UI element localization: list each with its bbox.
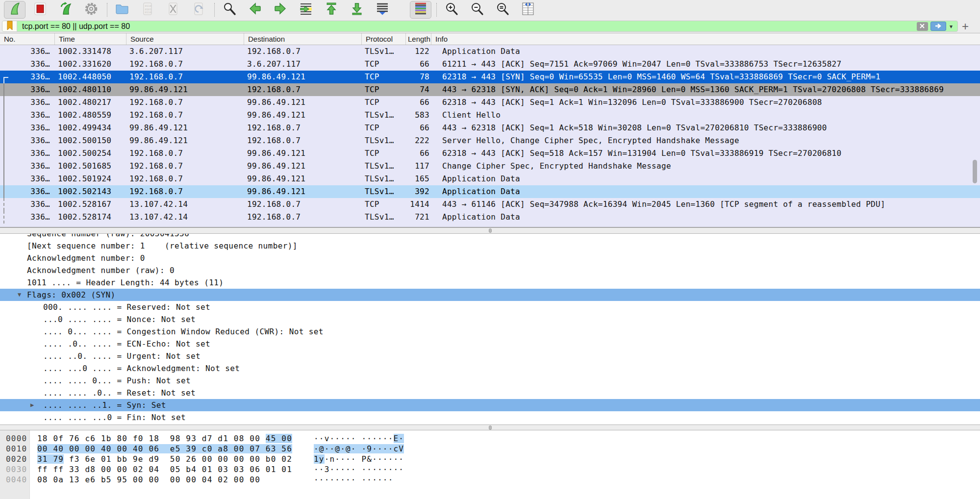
go-back-button[interactable] <box>244 1 266 19</box>
filter-input[interactable]: tcp.port == 80 || udp.port == 80 <box>17 22 917 31</box>
capture-options-button[interactable] <box>80 1 102 19</box>
detail-line[interactable]: 000. .... .... = Reserved: Not set <box>0 301 980 313</box>
detail-line[interactable]: ▶.... .... ..1. = Syn: Set <box>0 399 980 411</box>
column-header-destination[interactable]: Destination <box>244 33 362 45</box>
cell-length: 165 <box>406 173 431 185</box>
open-file-button[interactable] <box>111 1 133 19</box>
column-header-length[interactable]: Length <box>406 33 431 45</box>
detail-line[interactable]: ...0 .... .... = Nonce: Not set <box>0 313 980 325</box>
zoom-reset-button[interactable] <box>492 1 513 19</box>
display-filter-field[interactable]: tcp.port == 80 || udp.port == 80 ▾ <box>2 21 958 32</box>
detail-line[interactable]: 1011 .... = Header Length: 44 bytes (11) <box>0 276 980 289</box>
hex-line[interactable]: 002031 79 f3 6e 01 bb 9e d9 50 26 00 00 … <box>0 454 980 464</box>
cell-length: 78 <box>406 71 431 83</box>
expand-triangle-icon[interactable]: ▶ <box>30 399 34 411</box>
close-file-button[interactable] <box>162 1 184 19</box>
hex-line[interactable]: 0030ff ff 33 d8 00 00 02 04 05 b4 01 03 … <box>0 464 980 474</box>
detail-text: [Next sequence number: 1 (relative seque… <box>0 240 298 252</box>
packet-row[interactable]: 336…1002.501685192.168.0.799.86.49.121TL… <box>0 160 980 173</box>
start-capture-button[interactable] <box>4 1 25 19</box>
detail-line[interactable]: ▼Flags: 0x002 (SYN) <box>0 289 980 301</box>
cell-time: 1002.528167 <box>55 198 126 211</box>
packet-row[interactable]: 336…1002.448050192.168.0.799.86.49.121TC… <box>0 71 980 83</box>
cell-destination: 192.168.0.7 <box>244 122 362 134</box>
column-header-source[interactable]: Source <box>126 33 244 45</box>
auto-scroll-button[interactable] <box>372 1 393 19</box>
pane-splitter-bottom[interactable] <box>0 424 980 430</box>
packet-row[interactable]: 336…1002.50015099.86.49.121192.168.0.7TL… <box>0 134 980 147</box>
detail-line[interactable]: .... .... .0.. = Reset: Not set <box>0 387 980 399</box>
cell-protocol: TLSv1… <box>362 109 406 122</box>
go-to-packet-button[interactable] <box>295 1 317 19</box>
reload-icon <box>191 1 206 18</box>
go-to-top-button[interactable] <box>321 1 342 19</box>
resize-columns-button[interactable] <box>517 1 539 19</box>
detail-line[interactable]: .... ...0 .... = Acknowledgment: Not set <box>0 362 980 374</box>
packet-row[interactable]: 336…1002.480559192.168.0.799.86.49.121TL… <box>0 109 980 122</box>
cell-time: 1002.480110 <box>55 83 126 96</box>
detail-line[interactable]: .... .0.. .... = ECN-Echo: Not set <box>0 338 980 350</box>
vertical-scrollbar-thumb[interactable] <box>973 160 977 183</box>
detail-line[interactable]: .... ..0. .... = Urgent: Not set <box>0 350 980 362</box>
apply-filter-button[interactable] <box>930 22 946 31</box>
packet-row[interactable]: 336…1002.501924192.168.0.799.86.49.121TL… <box>0 173 980 185</box>
ascii-segment: ········ ······ <box>314 475 394 484</box>
cell-time: 1002.448050 <box>55 71 126 83</box>
add-filter-button[interactable]: + <box>959 21 971 32</box>
column-header-time[interactable]: Time <box>55 33 126 45</box>
colorize-button[interactable] <box>410 1 431 19</box>
filter-dropdown-caret[interactable]: ▾ <box>950 23 953 30</box>
detail-line[interactable]: Acknowledgment number (raw): 0 <box>0 264 980 276</box>
detail-line[interactable]: .... .... ...0 = Fin: Not set <box>0 411 980 424</box>
cell-time: 1002.500254 <box>55 147 126 160</box>
packet-row[interactable]: 336…1002.331620192.168.0.73.6.207.117TCP… <box>0 58 980 71</box>
cell-time: 1002.500150 <box>55 134 126 147</box>
packet-row[interactable]: 336…1002.3314783.6.207.117192.168.0.7TLS… <box>0 45 980 58</box>
zoom-out-button[interactable] <box>466 1 488 19</box>
detail-line[interactable]: .... .... 0... = Push: Not set <box>0 374 980 387</box>
column-header-info[interactable]: Info <box>431 33 980 45</box>
column-header-protocol[interactable]: Protocol <box>362 33 406 45</box>
reload-file-button[interactable] <box>188 1 209 19</box>
filter-bar: tcp.port == 80 || udp.port == 80 ▾ + <box>0 20 980 33</box>
detail-line[interactable]: [Next sequence number: 1 (relative seque… <box>0 240 980 252</box>
restart-capture-button[interactable] <box>55 1 76 19</box>
collapse-triangle-icon[interactable]: ▼ <box>18 289 22 301</box>
zoom-out-icon <box>470 1 484 18</box>
detail-text: .... .... ...0 = Fin: Not set <box>0 411 186 424</box>
packet-list-header: No.TimeSourceDestinationProtocolLengthIn… <box>0 33 980 45</box>
detail-line[interactable]: Acknowledgment number: 0 <box>0 252 980 264</box>
go-to-bottom-button[interactable] <box>346 1 368 19</box>
hex-line[interactable]: 001000 40 00 00 40 00 40 06 e5 39 c0 a8 … <box>0 444 980 454</box>
packet-row[interactable]: 336…1002.49943499.86.49.121192.168.0.7TC… <box>0 122 980 134</box>
hex-segment: 08 0a 13 e6 b5 95 00 00 00 00 04 02 00 0… <box>37 475 260 484</box>
detail-line[interactable]: .... 0... .... = Congestion Window Reduc… <box>0 325 980 338</box>
packet-row[interactable]: 336…1002.500254192.168.0.799.86.49.121TC… <box>0 147 980 160</box>
clear-filter-button[interactable] <box>917 22 928 31</box>
cell-protocol: TCP <box>362 96 406 109</box>
hex-line[interactable]: 004008 0a 13 e6 b5 95 00 00 00 00 04 02 … <box>0 474 980 485</box>
packet-details-pane: Sequence number (raw): 2003041556[Next s… <box>0 234 980 424</box>
packet-row[interactable]: 336…1002.502143192.168.0.799.86.49.121TL… <box>0 185 980 198</box>
cell-info: 62318 → 443 [SYN] Seq=0 Win=65535 Len=0 … <box>431 71 980 83</box>
packet-row[interactable]: 336…1002.52817413.107.42.14192.168.0.7TL… <box>0 211 980 224</box>
pane-splitter-top[interactable] <box>0 227 980 234</box>
cell-protocol: TLSv1… <box>362 185 406 198</box>
cell-time: 1002.499434 <box>55 122 126 134</box>
packet-row[interactable]: 336…1002.52816713.107.42.14192.168.0.7TC… <box>0 198 980 211</box>
cell-destination: 99.86.49.121 <box>244 160 362 173</box>
cell-info: Application Data <box>431 45 980 58</box>
find-packet-button[interactable] <box>219 1 240 19</box>
go-forward-button[interactable] <box>270 1 291 19</box>
save-file-button[interactable]: 011001010110 <box>137 1 158 19</box>
hex-line[interactable]: 000018 0f 76 c6 1b 80 f0 18 98 93 d7 d1 … <box>0 433 980 444</box>
packet-row[interactable]: 336…1002.48011099.86.49.121192.168.0.7TC… <box>0 83 980 96</box>
column-header-no[interactable]: No. <box>0 33 55 45</box>
detail-line[interactable]: Sequence number (raw): 2003041556 <box>0 234 980 240</box>
cell-info: Application Data <box>431 173 980 185</box>
filter-bookmark-button[interactable] <box>2 21 17 31</box>
stop-capture-button[interactable] <box>29 1 51 19</box>
zoom-in-button[interactable] <box>441 1 462 19</box>
cell-destination: 192.168.0.7 <box>244 83 362 96</box>
packet-row[interactable]: 336…1002.480217192.168.0.799.86.49.121TC… <box>0 96 980 109</box>
